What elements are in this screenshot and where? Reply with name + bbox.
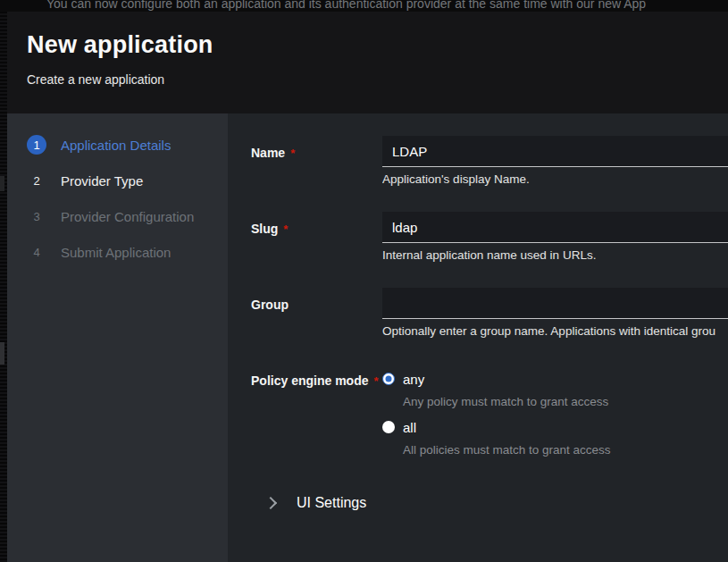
radio-all-label[interactable]: all [403, 420, 416, 435]
policy-engine-mode-label: Policy engine mode [251, 373, 368, 388]
radio-any-help-text: Any policy must match to grant access [403, 396, 728, 407]
required-asterisk: * [283, 222, 288, 236]
group-label-col: Group [251, 288, 382, 338]
policy-label-col: Policy engine mode* [251, 373, 382, 456]
name-help-text: Application's display Name. [382, 173, 728, 186]
chevron-right-icon[interactable] [264, 497, 277, 509]
backdrop-fragment [0, 342, 4, 365]
ui-settings-expander[interactable]: UI Settings [251, 495, 728, 511]
form-row-group: Group Optionally enter a group name. App… [251, 288, 728, 338]
application-details-form: Name* Application's display Name. Slug* … [228, 113, 728, 562]
name-input[interactable] [382, 136, 728, 167]
backdrop-fragment [0, 176, 4, 191]
backdrop-strip [0, 12, 7, 562]
required-asterisk: * [373, 374, 378, 388]
slug-input[interactable] [382, 212, 728, 243]
screen: You can now configure both an applicatio… [0, 0, 728, 562]
step-number-badge: 3 [27, 206, 46, 226]
wizard-step-provider-type[interactable]: 2 Provider Type [27, 171, 228, 190]
group-input-col: Optionally enter a group name. Applicati… [382, 288, 728, 338]
form-row-name: Name* Application's display Name. [251, 136, 728, 186]
radio-option-any: any Any policy must match to grant acces… [382, 373, 728, 407]
step-label: Submit Application [61, 245, 171, 260]
name-label: Name [251, 146, 285, 160]
modal-body: 1 Application Details 2 Provider Type 3 … [7, 113, 728, 562]
announcement-banner: You can now configure both an applicatio… [0, 0, 728, 12]
required-asterisk: * [290, 147, 295, 160]
step-number-badge: 4 [27, 242, 46, 262]
modal-header: New application Create a new application [7, 12, 728, 113]
form-row-slug: Slug* Internal application name used in … [251, 212, 728, 262]
radio-option-all: all All policies must match to grant acc… [382, 421, 728, 456]
form-row-policy-engine-mode: Policy engine mode* any Any policy must … [251, 373, 728, 456]
group-label: Group [251, 298, 289, 312]
slug-label-col: Slug* [251, 212, 382, 262]
group-help-text: Optionally enter a group name. Applicati… [382, 325, 728, 338]
wizard-step-submit-application: 4 Submit Application [27, 242, 228, 262]
radio-all[interactable]: all [382, 421, 728, 433]
step-label: Application Details [61, 138, 171, 153]
radio-any-label[interactable]: any [403, 372, 424, 387]
step-number-badge: 1 [27, 135, 46, 155]
policy-radio-group: any Any policy must match to grant acces… [382, 373, 728, 456]
radio-any[interactable]: any [382, 373, 728, 385]
modal-title: New application [27, 30, 728, 59]
slug-input-col: Internal application name used in URLs. [382, 212, 728, 262]
step-number-badge: 2 [27, 171, 46, 190]
wizard-step-provider-configuration: 3 Provider Configuration [27, 206, 228, 226]
name-label-col: Name* [251, 136, 382, 186]
ui-settings-label: UI Settings [297, 495, 366, 511]
name-input-col: Application's display Name. [382, 136, 728, 186]
slug-help-text: Internal application name used in URLs. [382, 249, 728, 262]
slug-label: Slug [251, 222, 278, 236]
wizard-step-application-details[interactable]: 1 Application Details [27, 135, 228, 155]
announcement-text: You can now configure both an applicatio… [46, 0, 646, 11]
new-application-modal: New application Create a new application… [7, 12, 728, 562]
radio-checked-icon[interactable] [382, 373, 395, 385]
step-label: Provider Configuration [61, 209, 194, 224]
modal-subtitle: Create a new application [27, 72, 728, 88]
step-label: Provider Type [61, 173, 143, 189]
wizard-step-nav: 1 Application Details 2 Provider Type 3 … [7, 113, 228, 562]
radio-all-help-text: All policies must match to grant access [403, 444, 728, 456]
radio-unchecked-icon[interactable] [382, 421, 395, 433]
group-input[interactable] [382, 288, 728, 319]
